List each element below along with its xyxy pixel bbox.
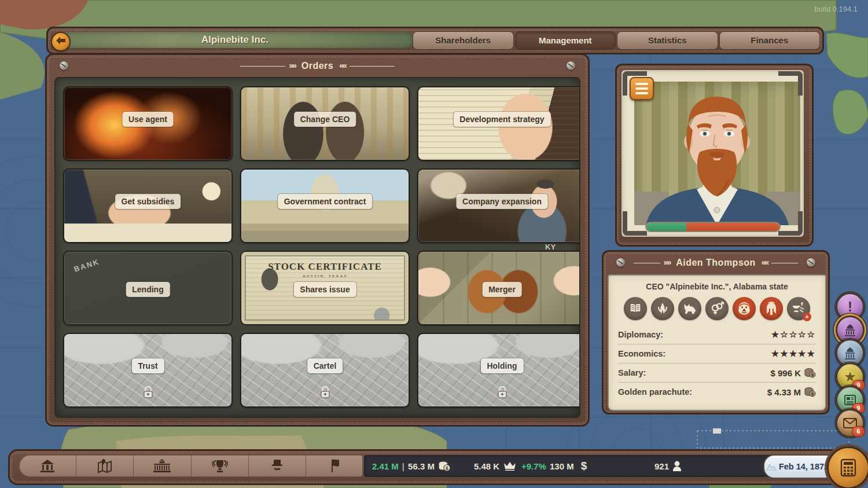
stock-certificate-art: STOCK CERTIFICATE AUSTIN, TEXAS (241, 261, 409, 278)
resource-strip: 2.41 M | 56.3 M $ 5.48 K +9.7% 130 M $ 9… (364, 455, 777, 477)
svg-text:$: $ (446, 466, 448, 471)
mountain-icon (766, 463, 777, 471)
card-label: Company expansion (456, 194, 548, 209)
capital-value: 130 M (550, 461, 574, 471)
card-label: Shares issue (293, 282, 356, 297)
order-card-change-ceo[interactable]: Change CEO (240, 86, 410, 161)
agent-icon (270, 458, 285, 474)
flag-button[interactable] (306, 455, 363, 477)
stat-row-diplomacy: Diplomacy: ★☆☆☆☆ (618, 325, 816, 344)
population-value: 921 (654, 461, 669, 471)
order-card-get-subsidies[interactable]: Get subsidies (63, 168, 233, 243)
government-button[interactable] (134, 455, 191, 477)
ceo-character-art (634, 82, 800, 225)
frame-corner (778, 211, 803, 236)
tab-finances[interactable]: Finances (719, 31, 821, 50)
card-label: Government contract (278, 194, 373, 209)
order-card-cartel[interactable]: Cartel (240, 333, 410, 408)
ornament: »» (664, 258, 671, 267)
profile-header: »» Aiden Thompson «« (604, 252, 828, 274)
order-card-use-agent[interactable]: Use agent (63, 86, 233, 161)
order-card-development-strategy[interactable]: Development strategy (417, 86, 580, 161)
order-card-company-expansion[interactable]: Company expansion (417, 168, 580, 243)
dollar-icon: $ (581, 460, 587, 472)
lock-icon (497, 386, 507, 399)
bottom-bar: 2.41 M | 56.3 M $ 5.48 K +9.7% 130 M $ 9… (8, 449, 868, 485)
stat-row-economics: Economics: ★★★★★ (618, 344, 816, 363)
map-button[interactable] (76, 455, 134, 477)
person-icon (672, 461, 682, 471)
orders-title: Orders (301, 61, 333, 71)
company-value: 56.3 M (408, 461, 435, 471)
orders-grid: Use agent Change CEO Development strateg… (63, 86, 580, 408)
card-label: Get subsidies (115, 194, 181, 209)
order-card-holding[interactable]: Holding (417, 333, 580, 408)
order-card-shares-issue[interactable]: STOCK CERTIFICATE AUSTIN, TEXAS Shares i… (240, 251, 410, 325)
order-card-lending[interactable]: BANKLending (63, 251, 233, 325)
orders-body: H KY Use agent Change CEO Development st… (54, 77, 580, 418)
orders-window: »» Orders «« H KY Use agent Change CEO D… (45, 53, 590, 427)
card-label: Holding (480, 358, 523, 373)
coins-icon: $ (804, 387, 816, 397)
game-screen: { "build": "build 0.194.1", "window": { … (0, 0, 868, 488)
calculator-icon (840, 458, 857, 477)
orders-header: »» Orders «« (47, 55, 588, 77)
personal-cash-value: 5.48 K (474, 461, 499, 471)
lion-icon[interactable] (733, 297, 756, 320)
donkey-icon[interactable] (678, 297, 701, 320)
trait-icons-row: + (609, 297, 825, 320)
order-card-merger[interactable]: Merger (417, 251, 580, 325)
capital-display: +9.7% 130 M $ (521, 455, 587, 477)
population-display: 921 (654, 455, 682, 477)
card-label: Merger (482, 282, 522, 297)
card-label: Trust (131, 358, 164, 373)
card-label: Lending (126, 282, 170, 297)
trophy-button[interactable] (192, 455, 249, 477)
screw-icon (567, 61, 575, 70)
salary-value: $ 996 K (770, 368, 801, 378)
title-strip: Alpinebite Inc. (56, 32, 414, 48)
ceo-portrait (634, 82, 800, 225)
stat-label: Economics: (618, 349, 665, 358)
money-bag-icon: $ (438, 460, 451, 472)
golden-parachute-value: $ 4.33 M (767, 387, 801, 397)
diplomacy-stars: ★☆☆☆☆ (771, 329, 816, 340)
helmet-icon[interactable] (760, 297, 783, 320)
screw-icon (807, 258, 815, 267)
map-icon (96, 458, 113, 474)
back-button[interactable] (51, 32, 71, 52)
nav-button-group (19, 455, 363, 477)
certificate-subtitle: AUSTIN, TEXAS (241, 274, 409, 278)
gender-icon[interactable] (705, 297, 729, 320)
stat-label: Golden parachute: (618, 387, 692, 397)
tab-statistics[interactable]: Statistics (617, 31, 718, 50)
agent-button[interactable] (249, 455, 306, 477)
calculator-button[interactable] (827, 446, 868, 488)
stat-row-golden-parachute: Golden parachute: $ 4.33 M$ (618, 382, 816, 401)
title-bar: Alpinebite Inc. Shareholders Management … (46, 27, 824, 54)
order-card-trust[interactable]: Trust (63, 333, 233, 408)
anvil-icon[interactable]: + (787, 297, 810, 320)
ornament: «« (339, 61, 346, 70)
hamburger-menu-icon[interactable] (630, 77, 654, 100)
ornament: «« (762, 258, 768, 267)
book-icon[interactable] (624, 297, 647, 320)
trophy-icon (211, 458, 229, 474)
estate-button[interactable] (19, 455, 76, 477)
cash-value: 2.41 M (372, 461, 399, 471)
ceo-subtitle: CEO "Alpinebite Inc.", Alabama state (609, 282, 825, 291)
screw-icon (616, 258, 625, 267)
tab-shareholders[interactable]: Shareholders (413, 31, 514, 50)
card-label: Use agent (122, 112, 174, 127)
tab-management[interactable]: Management (515, 31, 616, 50)
divider: | (402, 461, 404, 471)
lock-icon (143, 386, 153, 399)
mail-button[interactable]: 6 (836, 409, 865, 438)
ceo-profile-panel: »» Aiden Thompson «« CEO "Alpinebite Inc… (602, 250, 830, 414)
card-label: Change CEO (294, 112, 356, 127)
order-card-government-contract[interactable]: Government contract (240, 168, 410, 243)
date-value: Feb 14, 1872 (779, 462, 829, 471)
company-cash-display: 2.41 M | 56.3 M $ (372, 455, 451, 477)
prayer-icon[interactable] (651, 297, 674, 320)
capitol-icon (843, 324, 857, 336)
